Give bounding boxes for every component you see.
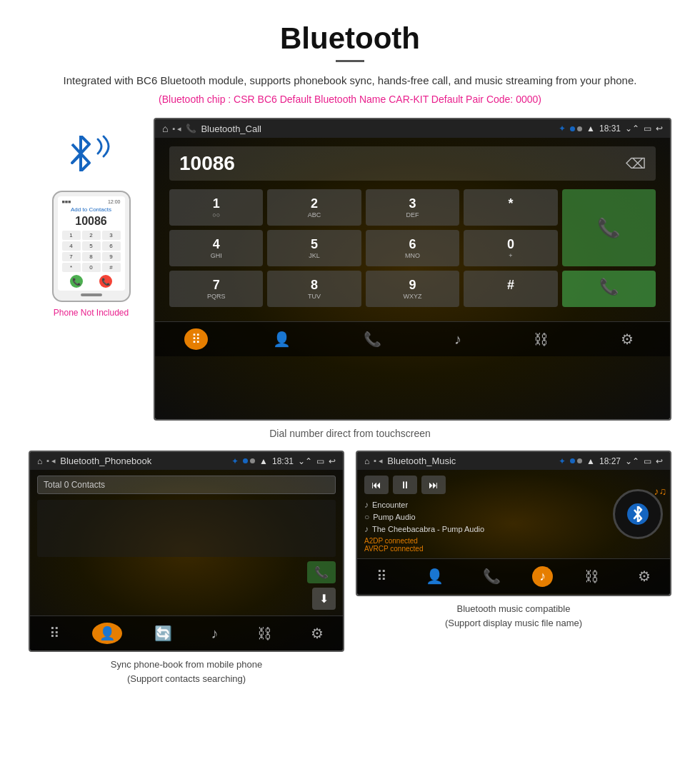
- ms-nav-call[interactable]: 📞: [476, 565, 508, 588]
- phone-number-display: 10086: [62, 215, 121, 228]
- ms-nav-music[interactable]: ♪: [532, 566, 553, 587]
- phone-key-8[interactable]: 8: [82, 252, 101, 261]
- nav-settings[interactable]: ⚙: [614, 328, 641, 351]
- avrcp-label: AVRCP connected: [364, 545, 607, 553]
- key-1[interactable]: 1○○: [169, 189, 263, 226]
- bluetooth-vinyl-icon: [627, 503, 649, 525]
- phone-key-2[interactable]: 2: [82, 231, 101, 240]
- next-track-btn[interactable]: ⏭: [421, 476, 446, 494]
- phone-mockup: ■■■ 12:00 Add to Contacts 10086 1 2 3 4 …: [52, 191, 131, 302]
- statusbar-left: ⌂ ▪ ◂ 📞 Bluetooth_Call: [162, 123, 261, 134]
- music-content: ⏮ ⏸ ⏭ ♪ Encounter ○ Pump Audio: [357, 470, 670, 558]
- key-9[interactable]: 9WXYZ: [366, 271, 459, 307]
- bluetooth-icon: [66, 136, 95, 171]
- ms-nav-dialpad[interactable]: ⠿: [369, 565, 394, 588]
- music-bg: ⌂ ▪ ◂ Bluetooth_Music ✦ ▲ 18:27: [357, 452, 670, 595]
- track-1: ♪ Encounter: [364, 500, 607, 510]
- pb-nav-link[interactable]: ⛓: [250, 623, 279, 645]
- music-caption: Bluetooth music compatible(Support displ…: [445, 602, 582, 630]
- ms-nav-link[interactable]: ⛓: [577, 566, 606, 588]
- phone-key-0[interactable]: 0: [82, 263, 101, 272]
- main-time: 18:31: [599, 124, 621, 134]
- track-3: ♪ The Cheebacabra - Pump Audio: [364, 524, 607, 534]
- ms-dot1: [570, 458, 575, 463]
- ms-bottom-nav: ⠿ 👤 📞 ♪ ⛓ ⚙: [357, 558, 670, 593]
- play-pause-btn[interactable]: ⏸: [393, 476, 417, 494]
- ms-statusbar-left: ⌂ ▪ ◂ Bluetooth_Music: [364, 456, 456, 466]
- key-0[interactable]: 0+: [464, 230, 557, 266]
- phonebook-bg: ⌂ ▪ ◂ Bluetooth_Phonebook ✦ ▲ 18:31: [30, 452, 343, 650]
- key-6[interactable]: 6MNO: [366, 230, 459, 266]
- phone-key-3[interactable]: 3: [102, 231, 121, 240]
- pb-back[interactable]: ↩: [329, 456, 336, 466]
- phonebook-caption-text: Sync phone-book from mobile phone(Suppor…: [111, 659, 262, 684]
- pb-nav-contacts[interactable]: 👤: [92, 623, 122, 644]
- pb-nav-settings[interactable]: ⚙: [304, 622, 331, 645]
- phone-key-1[interactable]: 1: [62, 231, 81, 240]
- pb-expand[interactable]: ⌄⌃: [298, 456, 312, 466]
- phone-end-button[interactable]: 📞: [99, 275, 112, 288]
- nav-call[interactable]: 📞: [356, 328, 389, 351]
- phonebook-statusbar: ⌂ ▪ ◂ Bluetooth_Phonebook ✦ ▲ 18:31: [30, 452, 343, 470]
- title-divider: [336, 60, 364, 62]
- phone-top-bar: ■■■ 12:00: [62, 199, 121, 204]
- key-star[interactable]: *: [464, 189, 557, 226]
- key-hash[interactable]: #: [464, 271, 557, 307]
- phone-key-5[interactable]: 5: [82, 241, 101, 251]
- phone-carrier: ■■■: [62, 199, 71, 204]
- phone-key-4[interactable]: 4: [62, 241, 81, 251]
- phone-key-7[interactable]: 7: [62, 252, 81, 261]
- ms-back[interactable]: ↩: [656, 456, 663, 466]
- expand-icon[interactable]: ⌄⌃: [625, 124, 639, 134]
- music-wrapper: ⌂ ▪ ◂ Bluetooth_Music ✦ ▲ 18:27: [356, 451, 671, 685]
- main-bottom-nav: ⠿ 👤 📞 ♪ ⛓ ⚙: [155, 321, 670, 356]
- nav-link[interactable]: ⛓: [526, 328, 555, 351]
- key-4[interactable]: 4GHI: [169, 230, 263, 266]
- pb-call-btn[interactable]: 📞: [307, 561, 336, 583]
- ms-bt-icon: ✦: [559, 456, 566, 466]
- track2-name: Pump Audio: [373, 513, 415, 521]
- contacts-search[interactable]: Total 0 Contacts: [37, 476, 336, 494]
- key-7[interactable]: 7PQRS: [169, 271, 263, 307]
- pb-nav-music[interactable]: ♪: [204, 623, 225, 645]
- back-icon[interactable]: ↩: [656, 124, 663, 134]
- statusbar-right: ✦ ▲ 18:31 ⌄⌃ ▭ ↩: [559, 124, 663, 134]
- phone-key-hash[interactable]: #: [102, 263, 121, 272]
- statusbar-title: Bluetooth_Call: [201, 124, 261, 134]
- ms-expand[interactable]: ⌄⌃: [625, 456, 639, 466]
- track-2: ○ Pump Audio: [364, 512, 607, 522]
- dialed-number: 10086: [179, 152, 235, 175]
- ms-home-icon[interactable]: ⌂: [364, 456, 369, 466]
- music-info: ⏮ ⏸ ⏭ ♪ Encounter ○ Pump Audio: [364, 476, 607, 553]
- pb-nav-dialpad[interactable]: ⠿: [42, 622, 67, 645]
- pb-nav-call[interactable]: 🔄: [147, 622, 179, 645]
- pb-window[interactable]: ▭: [316, 456, 324, 466]
- key-2[interactable]: 2ABC: [267, 189, 361, 226]
- key-3[interactable]: 3DEF: [366, 189, 459, 226]
- music-controls: ⏮ ⏸ ⏭: [364, 476, 607, 494]
- nav-contacts[interactable]: 👤: [266, 328, 298, 351]
- ms-window[interactable]: ▭: [644, 456, 651, 466]
- ms-nav-settings[interactable]: ⚙: [631, 565, 658, 588]
- window-icon[interactable]: ▭: [644, 124, 651, 134]
- nav-music[interactable]: ♪: [447, 328, 469, 351]
- phone-actions: 📞 📞: [62, 275, 121, 288]
- ms-nav-contacts[interactable]: 👤: [419, 565, 451, 588]
- phone-key-star[interactable]: *: [62, 263, 81, 272]
- phone-call-button[interactable]: 📞: [70, 275, 83, 288]
- call-button[interactable]: 📞: [562, 189, 656, 266]
- phone-add-contact: Add to Contacts: [62, 206, 121, 213]
- phone-key-6[interactable]: 6: [102, 241, 121, 251]
- pb-home-icon[interactable]: ⌂: [37, 456, 42, 466]
- page-wrapper: Bluetooth Integrated with BC6 Bluetooth …: [0, 0, 700, 707]
- pb-sync-btn[interactable]: ⬇: [312, 588, 336, 610]
- home-icon[interactable]: ⌂: [162, 123, 168, 134]
- nav-dialpad[interactable]: ⠿: [184, 328, 208, 350]
- bt-vinyl-svg: [631, 506, 644, 522]
- key-5[interactable]: 5JKL: [267, 230, 361, 266]
- backspace-button[interactable]: ⌫: [626, 155, 646, 172]
- end-call-button[interactable]: 📞: [562, 271, 656, 307]
- key-8[interactable]: 8TUV: [267, 271, 361, 307]
- prev-track-btn[interactable]: ⏮: [364, 476, 389, 494]
- phone-key-9[interactable]: 9: [102, 252, 121, 261]
